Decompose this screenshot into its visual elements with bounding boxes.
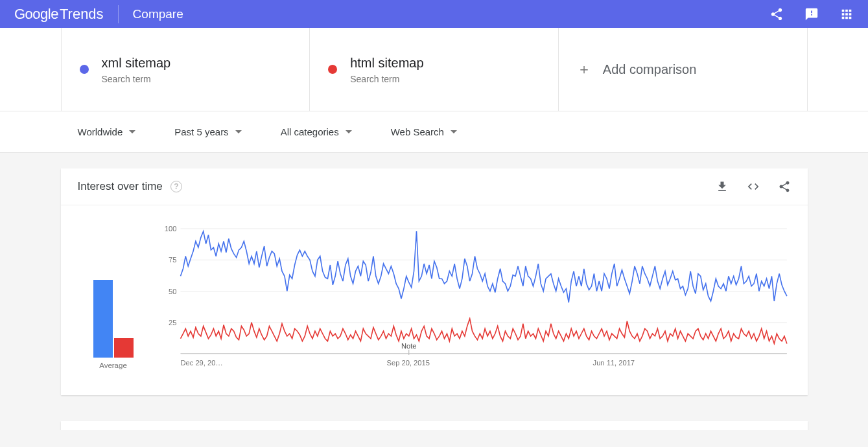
svg-text:Note: Note: [401, 342, 416, 350]
filter-category[interactable]: All categories: [281, 126, 352, 137]
card-header: Interest over time ?: [61, 168, 808, 205]
avg-bar-html: [114, 338, 134, 358]
logo-google: Google: [14, 6, 58, 23]
term-2-sub: Search term: [350, 74, 423, 84]
filters-row: Worldwide Past 5 years All categories We…: [0, 111, 868, 153]
interest-card: Interest over time ?: [61, 168, 808, 395]
logo[interactable]: Google Trends: [14, 6, 104, 23]
help-icon[interactable]: ?: [170, 181, 182, 192]
plus-icon: ＋: [577, 60, 590, 79]
term-1-sub: Search term: [102, 74, 171, 84]
average-column: Average: [78, 225, 149, 369]
filter-time[interactable]: Past 5 years: [174, 126, 241, 137]
embed-icon[interactable]: [747, 180, 760, 193]
apps-icon[interactable]: [839, 7, 854, 21]
term-text-1: xml sitemap Search term: [102, 54, 171, 84]
svg-text:100: 100: [164, 225, 176, 233]
vertical-separator: [118, 5, 119, 23]
term-cell-1[interactable]: xml sitemap Search term: [61, 28, 310, 111]
svg-text:75: 75: [168, 256, 176, 264]
top-bar: Google Trends Compare: [0, 0, 868, 28]
card-title-text: Interest over time: [78, 180, 163, 193]
svg-text:Sep 20, 2015: Sep 20, 2015: [386, 359, 429, 367]
svg-text:Jun 11, 2017: Jun 11, 2017: [592, 359, 635, 367]
add-text: Add comparison: [603, 61, 697, 78]
topbar-left: Google Trends Compare: [14, 5, 183, 23]
card-title: Interest over time ?: [78, 180, 182, 193]
term-dot-2: [328, 65, 337, 74]
term-cell-2[interactable]: html sitemap Search term: [309, 28, 558, 111]
card-actions: [716, 180, 791, 193]
next-card-peek: [61, 421, 808, 430]
terms-inner: xml sitemap Search term html sitemap Sea…: [61, 28, 808, 111]
page-title: Compare: [133, 7, 183, 21]
term-dot-1: [80, 65, 89, 74]
terms-row: xml sitemap Search term html sitemap Sea…: [0, 28, 868, 111]
chevron-down-icon: [451, 130, 457, 133]
chevron-down-icon: [346, 130, 352, 133]
average-label: Average: [99, 361, 127, 369]
add-comparison[interactable]: ＋ Add comparison: [558, 28, 808, 111]
avg-bar-xml: [93, 280, 113, 358]
chevron-down-icon: [129, 130, 135, 133]
term-text-2: html sitemap Search term: [350, 54, 423, 84]
download-icon[interactable]: [716, 180, 729, 193]
add-label: Add comparison: [603, 61, 697, 78]
svg-text:25: 25: [168, 319, 176, 327]
term-2-label: html sitemap: [350, 54, 423, 71]
logo-trends: Trends: [60, 6, 104, 23]
card-body: Average 255075100NoteDec 29, 20…Sep 20, …: [61, 205, 808, 395]
chevron-down-icon: [235, 130, 242, 133]
share-icon[interactable]: [778, 180, 791, 193]
chart-svg: 255075100NoteDec 29, 20…Sep 20, 2015Jun …: [159, 225, 791, 369]
filter-time-label: Past 5 years: [174, 126, 228, 137]
feedback-icon[interactable]: [804, 7, 819, 21]
filter-category-label: All categories: [281, 126, 339, 137]
share-icon[interactable]: [769, 7, 784, 21]
svg-text:50: 50: [168, 288, 176, 295]
filter-region[interactable]: Worldwide: [78, 126, 136, 137]
filter-region-label: Worldwide: [78, 126, 123, 137]
svg-text:Dec 29, 20…: Dec 29, 20…: [180, 359, 222, 367]
chart-column: 255075100NoteDec 29, 20…Sep 20, 2015Jun …: [159, 225, 791, 369]
term-1-label: xml sitemap: [102, 54, 171, 71]
filter-type[interactable]: Web Search: [391, 126, 457, 137]
average-bars: [93, 241, 134, 358]
topbar-right: [769, 7, 854, 21]
content: Interest over time ?: [0, 153, 868, 421]
filters-inner: Worldwide Past 5 years All categories We…: [61, 111, 808, 152]
filter-type-label: Web Search: [391, 126, 444, 137]
